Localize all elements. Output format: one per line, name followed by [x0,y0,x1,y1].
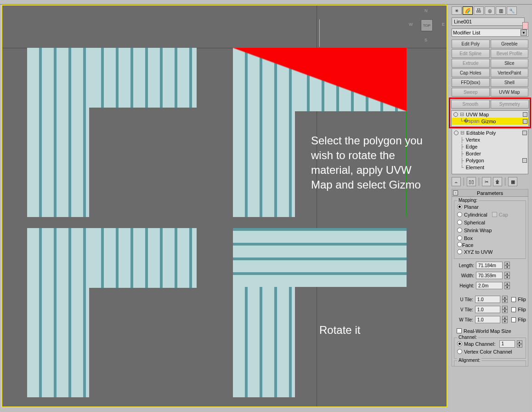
symmetry-button[interactable]: Symmetry [491,100,529,109]
modifier-button-set: Edit Poly Greeble Edit Spline Bevel Prof… [450,40,530,97]
w-flip-checkbox[interactable] [511,317,516,322]
tab-modify-icon[interactable]: 🌈 [463,6,473,15]
tab-utilities-icon[interactable]: 🔧 [507,6,517,15]
v-tile-row: V Tile:1.0▲▼Flip [454,305,526,314]
cap-checkbox [492,212,497,217]
map-channel-spinner[interactable]: ▲▼ [517,340,522,348]
slice-button[interactable]: Slice [491,59,529,68]
extrude-button[interactable]: Extrude [452,59,490,68]
mapping-shrink-wrap[interactable]: Shrink Wrap [457,226,523,234]
vertex-paint-button[interactable]: VertexPaint [491,69,529,77]
geometry-l4-horz-rotated[interactable] [233,228,407,287]
view-cube-face[interactable]: TOP [421,19,433,31]
modifier-stack-top[interactable]: ⊟ UVW Map └�span Gizmo [451,110,529,127]
w-tile-input[interactable]: 1.0 [475,316,501,323]
show-end-result-icon[interactable]: ▯▯ [467,177,476,186]
mapping-xyz[interactable]: XYZ to UVW [457,248,523,256]
selected-polygon-face[interactable] [233,48,407,111]
uvw-map-button[interactable]: UVW Map [491,88,529,97]
tab-display-icon[interactable]: ▥ [496,6,506,15]
greeble-button[interactable]: Greeble [491,40,529,48]
mapping-planar[interactable]: Planar [457,203,523,211]
tab-hierarchy-icon[interactable]: 品 [474,6,484,15]
length-spinner[interactable]: ▲▼ [504,262,510,269]
width-input[interactable]: 70.359m [476,272,503,279]
smooth-button[interactable]: Smooth [451,100,490,109]
object-name-input[interactable] [452,17,525,26]
u-flip-checkbox[interactable] [511,297,516,302]
object-color-swatch[interactable] [522,22,528,29]
stack-toggle-icon[interactable] [523,119,527,124]
stack-element[interactable]: └Element [452,164,528,171]
sweep-button[interactable]: Sweep [452,88,490,97]
top-toolbar-partial [0,0,532,5]
parameters-header[interactable]: - Parameters [452,189,528,197]
make-unique-icon[interactable]: ✂ [482,177,491,186]
edit-spline-button[interactable]: Edit Spline [452,49,490,58]
command-panel-tabs: ✳ 🌈 品 ◎ ▥ 🔧 [450,6,530,16]
compass-s: S [424,38,427,42]
tab-create-icon[interactable]: ✳ [452,6,462,15]
viewport-top[interactable]: N S W E TOP Select the polygon you wish … [1,5,447,407]
u-tile-spinner[interactable]: ▲▼ [502,296,507,303]
stack-toggle-icon[interactable] [522,131,527,135]
real-world-checkbox-row[interactable]: Real-World Map Size [457,327,523,335]
top-toolbar-strip [0,0,532,5]
width-row: Width:70.359m▲▼ [454,271,526,280]
annotation-text-1: Select the polygon you wish to rotate th… [311,133,426,192]
v-flip-checkbox[interactable] [511,307,516,312]
w-tile-spinner[interactable]: ▲▼ [502,316,507,323]
vertex-color-radio[interactable]: Vertex Color Channel [457,348,523,355]
rollout-collapse-icon[interactable]: - [453,190,458,195]
modifier-stack-bottom[interactable]: ⊟ Editable Poly ├Vertex ├Edge ├Border ├P… [452,129,528,174]
v-tile-spinner[interactable]: ▲▼ [502,306,507,313]
geometry-l1-horz[interactable] [89,48,197,108]
geometry-l1-vert[interactable] [27,48,89,217]
geometry-l4-vert-lower[interactable] [233,287,295,397]
bevel-profile-button[interactable]: Bevel Profile [491,49,529,58]
mapping-spherical[interactable]: Spherical [457,218,523,226]
length-input[interactable]: 71.184m [476,262,503,269]
height-input[interactable]: 2.0m [476,282,503,289]
geometry-l3-vert[interactable] [27,228,89,397]
view-cube[interactable]: N S W E TOP [411,9,443,41]
pin-stack-icon[interactable]: ⫠ [452,177,461,186]
modifier-list-dropdown[interactable]: Modifier List ▼ [452,29,528,37]
stack-toggle-icon[interactable] [523,112,527,117]
configure-sets-icon[interactable]: ▦ [508,177,517,186]
ffd-box-button[interactable]: FFD(box) [452,78,490,87]
tab-motion-icon[interactable]: ◎ [485,6,495,15]
channel-legend: Channel: [457,335,478,340]
u-tile-input[interactable]: 1.0 [475,296,501,303]
compass-n: N [424,8,428,13]
stack-polygon[interactable]: ├Polygon [452,157,528,164]
remove-modifier-icon[interactable]: 🗑 [493,177,502,186]
geometry-l3-horz[interactable] [89,228,197,288]
width-spinner[interactable]: ▲▼ [504,272,510,279]
stack-edge[interactable]: ├Edge [452,143,528,150]
stack-toggle-icon[interactable] [522,158,527,163]
stack-border[interactable]: ├Border [452,150,528,157]
v-tile-input[interactable]: 1.0 [475,306,501,313]
real-world-checkbox[interactable] [457,328,462,333]
stack-visibility-icon[interactable] [454,131,458,135]
shell-button[interactable]: Shell [491,78,529,87]
stack-visibility-icon[interactable] [453,112,458,117]
stack-editable-poly[interactable]: ⊟ Editable Poly [452,129,528,136]
map-channel-radio[interactable]: Map Channel:1▲▼ [457,340,523,348]
alignment-fieldset: Alignment: [454,360,526,366]
mapping-cylindrical[interactable]: CylindricalCap [457,211,523,218]
stack-gizmo[interactable]: └�span Gizmo [452,118,528,125]
modifier-list-label: Modifier List [453,30,480,35]
w-tile-row: W Tile:1.0▲▼Flip [454,315,526,324]
mapping-fieldset: Mapping: Planar CylindricalCap Spherical… [454,200,526,259]
edit-poly-button[interactable]: Edit Poly [452,40,490,48]
stack-uvw-map[interactable]: ⊟ UVW Map [452,111,528,118]
mapping-face[interactable]: Face [457,242,523,248]
height-spinner[interactable]: ▲▼ [504,282,510,289]
mapping-box[interactable]: Box [457,234,523,242]
cap-holes-button[interactable]: Cap Holes [452,69,490,77]
dropdown-arrow-icon: ▼ [521,29,527,36]
stack-vertex[interactable]: ├Vertex [452,136,528,143]
map-channel-input[interactable]: 1 [499,340,515,348]
